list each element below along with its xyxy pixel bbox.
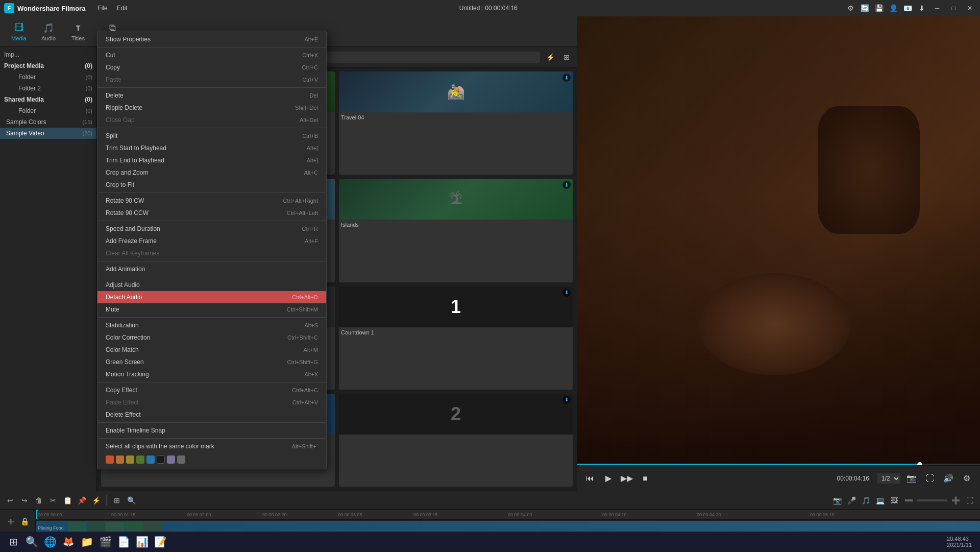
taskbar-notepad[interactable]: 📝	[151, 533, 169, 551]
media-thumb-travel04[interactable]: 🚵 ⬇ Travel 04	[339, 71, 573, 175]
tb-icon-2[interactable]: 🔄	[860, 3, 870, 13]
cm-cut[interactable]: Cut Ctrl+X	[97, 49, 326, 61]
maximize-button[interactable]: □	[947, 2, 960, 14]
taskbar-browser1[interactable]: 🌐	[41, 533, 59, 551]
swatch-orange[interactable]	[106, 455, 114, 464]
import-area[interactable]: Imp...	[0, 49, 96, 60]
tb-icon-5[interactable]: 📧	[902, 3, 913, 13]
titles-tab[interactable]: T Titles	[65, 20, 91, 43]
cm-color-correction[interactable]: Color Correction Ctrl+Shift+C	[97, 331, 326, 344]
taskbar-browser2[interactable]: 🦊	[59, 533, 78, 551]
cm-clear-keyframes[interactable]: Clear All Keyframes	[97, 247, 326, 259]
play-button[interactable]: ▶▶	[620, 471, 634, 486]
cm-trim-start[interactable]: Trim Start to Playhead Alt+[	[97, 142, 326, 154]
prev-frame-button[interactable]: ⏮	[583, 471, 597, 486]
shared-media-header[interactable]: Shared Media (0)	[0, 94, 96, 105]
cm-copy[interactable]: Copy Ctrl+C	[97, 61, 326, 74]
tb-icon-4[interactable]: 👤	[888, 3, 898, 13]
pip-button[interactable]: 🖼	[888, 494, 900, 507]
paste-button[interactable]: 📌	[76, 494, 88, 507]
taskbar-word[interactable]: 📄	[114, 533, 133, 551]
cm-split[interactable]: Split Ctrl+B	[97, 130, 326, 142]
media-thumb-islands[interactable]: 🏝 ⬇ Islands	[339, 179, 573, 282]
swatch-brown[interactable]	[116, 455, 124, 464]
cm-add-animation[interactable]: Add Animation	[97, 263, 326, 275]
cm-show-properties[interactable]: Show Properties Alt+E	[97, 33, 326, 45]
taskbar-search[interactable]: 🔍	[22, 533, 41, 551]
taskbar-filmora[interactable]: 🎬	[96, 533, 114, 551]
cm-rotate-cw[interactable]: Rotate 90 CW Ctrl+Alt+Right	[97, 195, 326, 207]
media-thumb-8[interactable]: 2 ⬇	[339, 394, 573, 487]
settings-button[interactable]: ⚙	[960, 471, 974, 486]
volume-button[interactable]: 🔊	[941, 471, 955, 486]
cm-select-same-color[interactable]: Select all clips with the same color mar…	[97, 440, 326, 452]
fullscreen-tl-button[interactable]: ⛶	[964, 494, 976, 507]
cut-button[interactable]: ✂	[47, 494, 59, 507]
swatch-blue[interactable]	[146, 455, 155, 464]
cm-mute[interactable]: Mute Ctrl+Shift+M	[97, 303, 326, 316]
stop-button[interactable]: ■	[638, 471, 652, 486]
undo-button[interactable]: ↩	[4, 494, 16, 507]
zoom-in-button[interactable]: 🔍	[125, 494, 137, 507]
taskbar-excel[interactable]: 📊	[133, 533, 151, 551]
play-pause-button[interactable]: ▶	[601, 471, 616, 486]
cm-crop-zoom[interactable]: Crop and Zoom Alt+C	[97, 166, 326, 179]
cm-adjust-audio[interactable]: Adjust Audio	[97, 279, 326, 291]
audio-track-button[interactable]: 🎵	[860, 494, 872, 507]
cm-close-gap[interactable]: Close Gap Alt+Del	[97, 114, 326, 126]
media-tab[interactable]: 🎞 Media	[6, 20, 32, 43]
minimize-button[interactable]: ─	[931, 2, 943, 14]
track-lock-button[interactable]: 🔒	[19, 515, 31, 527]
swatch-yellow[interactable]	[126, 455, 134, 464]
folder-item[interactable]: Folder(0)	[12, 71, 96, 83]
sample-colors-item[interactable]: Sample Colors (15)	[0, 116, 96, 128]
cm-enable-snap[interactable]: Enable Timeline Snap	[97, 424, 326, 437]
cm-trim-end[interactable]: Trim End to Playhead Alt+]	[97, 154, 326, 166]
filter-icon[interactable]: ⚡	[544, 51, 556, 63]
redo-button[interactable]: ↪	[18, 494, 31, 507]
project-media-header[interactable]: Project Media (0)	[0, 60, 96, 71]
tb-icon-6[interactable]: ⬇	[917, 3, 927, 13]
cm-copy-effect[interactable]: Copy Effect Ctrl+Alt+C	[97, 384, 326, 396]
taskbar-explorer[interactable]: 📁	[78, 533, 96, 551]
audio-tab[interactable]: 🎵 Audio	[36, 20, 61, 43]
menu-file[interactable]: File	[93, 4, 111, 13]
cm-freeze-frame[interactable]: Add Freeze Frame Alt+F	[97, 235, 326, 247]
cm-stabilization[interactable]: Stabilization Alt+S	[97, 319, 326, 331]
sample-video-item[interactable]: Sample Video (20)	[0, 128, 96, 139]
tb-icon-1[interactable]: ⚙	[845, 3, 855, 13]
split-button[interactable]: ⚡	[90, 494, 102, 507]
swatch-gray[interactable]	[177, 455, 185, 464]
close-button[interactable]: ✕	[964, 2, 976, 14]
tb-icon-3[interactable]: 💾	[874, 3, 884, 13]
cm-delete[interactable]: Delete Del	[97, 89, 326, 102]
page-select[interactable]: 1/2	[877, 473, 900, 484]
zoom-plus-button[interactable]: ➕	[949, 494, 962, 507]
copy-button[interactable]: 📋	[61, 494, 74, 507]
screenshot-button[interactable]: 📷	[904, 471, 919, 486]
swatch-purple[interactable]	[167, 455, 175, 464]
swatch-green[interactable]	[136, 455, 144, 464]
cm-speed-duration[interactable]: Speed and Duration Ctrl+R	[97, 223, 326, 235]
zoom-fit-button[interactable]: ⊞	[111, 494, 123, 507]
swatch-black[interactable]	[157, 455, 165, 464]
zoom-minus-button[interactable]: ➖	[902, 494, 915, 507]
taskbar-start[interactable]: ⊞	[4, 533, 22, 551]
menu-edit[interactable]: Edit	[113, 4, 132, 13]
cm-color-match[interactable]: Color Match Alt+M	[97, 344, 326, 356]
fullscreen-button[interactable]: ⛶	[923, 471, 937, 486]
cm-paste-effect[interactable]: Paste Effect Ctrl+Alt+V	[97, 396, 326, 409]
cm-ripple-delete[interactable]: Ripple Delete Shift+Del	[97, 102, 326, 114]
zoom-slider[interactable]	[917, 499, 947, 501]
grid-icon[interactable]: ⊞	[560, 51, 573, 63]
media-thumb-countdown1[interactable]: 1 ⬇ Countdown 1	[339, 286, 573, 390]
cm-paste[interactable]: Paste Ctrl+V	[97, 74, 326, 86]
cm-delete-effect[interactable]: Delete Effect	[97, 409, 326, 421]
folder2-item[interactable]: Folder 2(0)	[12, 83, 96, 94]
cm-crop-fit[interactable]: Crop to Fit	[97, 179, 326, 191]
shared-folder-item[interactable]: Folder(0)	[12, 105, 96, 116]
screen-record-button[interactable]: 💻	[874, 494, 886, 507]
cm-motion-tracking[interactable]: Motion Tracking Alt+X	[97, 368, 326, 380]
delete-button[interactable]: 🗑	[33, 494, 45, 507]
track-add-button[interactable]: ➕	[5, 515, 17, 527]
